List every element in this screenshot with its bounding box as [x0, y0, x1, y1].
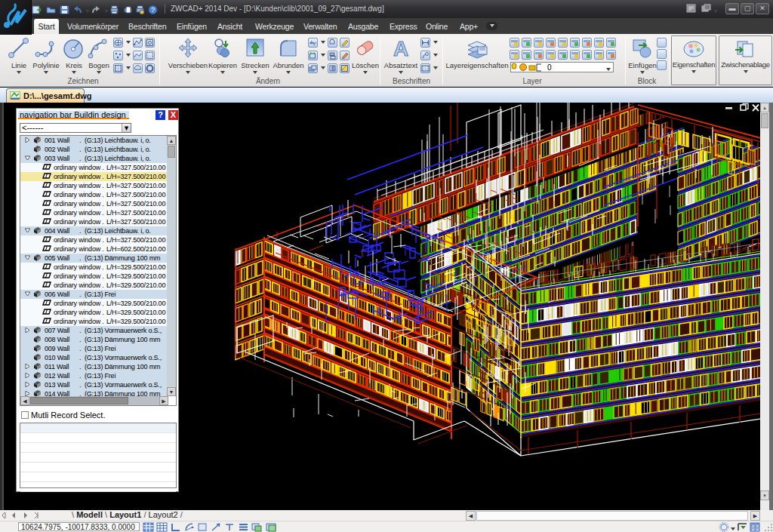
svg-text:?: ? [151, 6, 155, 14]
svg-text:A: A [393, 37, 408, 60]
